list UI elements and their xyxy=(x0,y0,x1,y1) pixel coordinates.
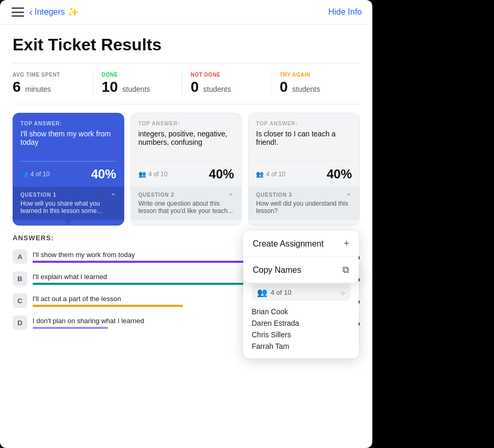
answer-bar-b xyxy=(33,283,259,285)
card-1-percent: 40% xyxy=(91,167,116,182)
answer-bar-c xyxy=(33,305,183,307)
stat-try-again: TRY AGAIN 0 students xyxy=(280,72,360,95)
copy-names-item[interactable]: Copy Names ⧉ xyxy=(243,257,359,283)
create-assignment-item[interactable]: Create Assignment + xyxy=(243,231,359,257)
card-1-chevron-icon: ⌃ xyxy=(110,192,116,200)
people-icon-3: 👥 xyxy=(256,170,264,178)
card-3-q-label: QUESTION 3 xyxy=(256,192,352,198)
sidebar-toggle-button[interactable] xyxy=(10,6,25,18)
people-icon-2: 👥 xyxy=(138,170,146,178)
card-3-top: TOP ANSWER: Is closer to I can teach a f… xyxy=(249,113,359,156)
back-label: Integers xyxy=(35,7,65,17)
stat-done-unit: students xyxy=(122,85,150,93)
stat-try-again-label: TRY AGAIN xyxy=(280,72,351,78)
answer-bar-d xyxy=(33,327,108,329)
card-3-label: TOP ANSWER: xyxy=(256,121,352,126)
stat-done-value: 10 students xyxy=(102,79,174,95)
students-count-row: 👥 4 of 10 ○ xyxy=(252,284,350,301)
answer-letter-a: A xyxy=(13,249,27,264)
answer-letter-b: B xyxy=(13,271,27,286)
header: ‹ Integers ✨ Hide Info xyxy=(0,0,372,25)
student-name-4: Farrah Tam xyxy=(252,340,350,352)
card-2-bottom: QUESTION 2 Write one question about this… xyxy=(131,187,242,220)
answer-letter-c: C xyxy=(13,293,27,308)
stat-not-done-value: 0 students xyxy=(191,79,263,95)
stat-done: DONE 10 students xyxy=(102,72,182,95)
card-2-q-label: QUESTION 2 xyxy=(138,192,234,198)
card-1-divider xyxy=(20,161,116,162)
card-3-chevron-icon: ⌃ xyxy=(346,192,352,200)
stat-avg-time-unit: minutes xyxy=(25,85,51,93)
stat-avg-time: AVG TIME SPENT 6 minutes xyxy=(13,72,93,95)
stat-done-number: 10 xyxy=(102,79,118,95)
students-circle-icon: ○ xyxy=(341,289,345,297)
card-1-stats: 👥 4 of 10 40% xyxy=(13,167,124,187)
card-2-divider xyxy=(138,161,234,162)
students-count-text: 4 of 10 xyxy=(271,289,292,296)
divider-2 xyxy=(13,104,360,104)
page-title: Exit Ticket Results xyxy=(13,35,360,55)
stat-avg-time-value: 6 minutes xyxy=(13,79,84,95)
card-3-stats: 👥 4 of 10 40% xyxy=(249,167,359,187)
copy-names-label: Copy Names xyxy=(253,265,301,275)
header-left: ‹ Integers ✨ xyxy=(10,6,79,18)
card-2-chevron-icon: ⌃ xyxy=(228,192,234,200)
stat-not-done-number: 0 xyxy=(191,79,199,95)
card-1-label: TOP ANSWER: xyxy=(20,121,116,126)
stats-row: AVG TIME SPENT 6 minutes DONE 10 student… xyxy=(13,72,360,95)
card-3-percent: 40% xyxy=(327,167,352,182)
card-3-count: 👥 4 of 10 xyxy=(256,170,285,178)
card-1-tooltip xyxy=(65,220,71,225)
chevron-left-icon: ‹ xyxy=(29,7,33,18)
card-2-q-text: Write one question about this lesson tha… xyxy=(138,200,234,215)
students-people-icon: 👥 xyxy=(257,287,267,297)
answer-card-1[interactable]: TOP ANSWER: I'll show them my work from … xyxy=(13,113,124,226)
card-3-answer: Is closer to I can teach a friend!. xyxy=(256,130,352,156)
create-assignment-label: Create Assignment xyxy=(253,239,324,249)
back-link[interactable]: ‹ Integers ✨ xyxy=(29,6,79,18)
student-name-3: Chris Sillers xyxy=(252,329,350,340)
card-3-divider xyxy=(256,161,352,162)
hide-info-button[interactable]: Hide Info xyxy=(328,7,362,17)
card-2-stats: 👥 4 of 10 40% xyxy=(131,167,242,187)
popup-menu: Create Assignment + Copy Names ⧉ xyxy=(243,231,359,283)
card-2-label: TOP ANSWER: xyxy=(138,121,234,126)
copy-icon: ⧉ xyxy=(342,264,349,275)
stat-try-again-unit: students xyxy=(292,85,320,93)
student-name-2: Daren Estrada xyxy=(252,317,350,329)
card-1-answer: I'll show them my work from today xyxy=(20,130,116,156)
stat-try-again-number: 0 xyxy=(280,79,288,95)
card-2-percent: 40% xyxy=(209,167,234,182)
card-1-top: TOP ANSWER: I'll show them my work from … xyxy=(13,113,124,156)
student-name-1: Brian Cook xyxy=(252,306,350,317)
card-1-q-label: QUESTION 1 xyxy=(20,192,116,198)
people-icon-1: 👥 xyxy=(20,170,28,178)
sparkle-icon: ✨ xyxy=(67,6,79,18)
plus-icon: + xyxy=(343,238,349,249)
card-1-count: 👥 4 of 10 xyxy=(20,170,50,178)
card-2-top: TOP ANSWER: integers, positive, negative… xyxy=(131,113,242,156)
card-2-count: 👥 4 of 10 xyxy=(138,170,168,178)
cards-row: TOP ANSWER: I'll show them my work from … xyxy=(13,113,360,226)
answer-card-2[interactable]: TOP ANSWER: integers, positive, negative… xyxy=(131,113,242,226)
stat-not-done-label: NOT DONE xyxy=(191,72,263,78)
card-2-answer: integers, positive, negative, numbers, c… xyxy=(138,130,234,156)
stat-avg-time-label: AVG TIME SPENT xyxy=(13,72,84,78)
answer-letter-d: D xyxy=(13,315,27,330)
stat-not-done-unit: students xyxy=(203,85,231,93)
card-1-q-text: How will you share what you learned in t… xyxy=(20,200,116,215)
stat-done-label: DONE xyxy=(102,72,174,78)
card-1-bottom: QUESTION 1 How will you share what you l… xyxy=(13,187,124,220)
divider-1 xyxy=(13,63,360,63)
students-list: Brian Cook Daren Estrada Chris Sillers F… xyxy=(252,306,350,352)
card-3-q-text: How well did you understand this lesson? xyxy=(256,200,352,215)
answer-card-3[interactable]: TOP ANSWER: Is closer to I can teach a f… xyxy=(248,113,360,226)
stat-avg-time-number: 6 xyxy=(13,79,21,95)
main-panel: ‹ Integers ✨ Hide Info Exit Ticket Resul… xyxy=(0,0,372,448)
card-3-bottom: QUESTION 3 How well did you understand t… xyxy=(249,187,359,220)
stat-not-done: NOT DONE 0 students xyxy=(191,72,272,95)
stat-try-again-value: 0 students xyxy=(280,79,351,95)
